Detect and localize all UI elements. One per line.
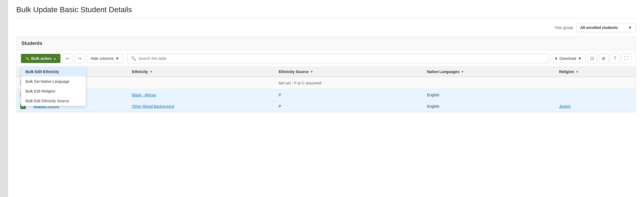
redo-button[interactable]: ↪ (75, 54, 84, 63)
row2-ethnicity-cell: Black - African (128, 89, 275, 101)
row1-ethnicity-source: Not set - P or C assumed (275, 77, 423, 89)
hide-columns-label: Hide columns (91, 56, 114, 61)
toolbar-right: ⬇ Download ▼ ☑ ⚙ ? (550, 54, 631, 63)
row3-ethnicity-source: P (275, 101, 423, 112)
col-ethnicity-source[interactable]: Ethnicity Source ▼ (275, 67, 423, 77)
year-group-row: Year group All enrolled students ▼ (16, 23, 636, 32)
col-ethnicity-label: Ethnicity (132, 70, 148, 74)
checkbox-icon: ☑ (590, 56, 594, 61)
col-religion[interactable]: Religion ▼ (555, 67, 636, 77)
chevron-up-icon: ▲ (53, 57, 56, 60)
toolbar: ✏️ Bulk action ▲ ↩ ↪ Hide columns ▼ (17, 50, 636, 67)
chevron-down-icon: ▼ (115, 56, 119, 61)
row1-ethnicity (128, 77, 275, 89)
students-panel-header: Students (17, 37, 636, 50)
fullscreen-button[interactable]: ⛶ (621, 54, 631, 63)
bulk-action-button[interactable]: ✏️ Bulk action ▲ (21, 54, 60, 63)
col-native-languages[interactable]: Native Languages ▼ (423, 67, 555, 77)
students-table: Name ▼ Ethnicity ▼ (17, 67, 636, 112)
page-title: Bulk Update Basic Student Details (16, 5, 636, 14)
table-header-row: Name ▼ Ethnicity ▼ (17, 67, 636, 77)
help-button[interactable]: ? (610, 54, 620, 63)
row1-ethnicity-source-value: Not set - P or C assumed (279, 81, 321, 85)
col-religion-label: Religion (559, 70, 574, 74)
redo-icon: ↪ (78, 56, 81, 61)
hide-columns-button[interactable]: Hide columns ▼ (87, 54, 123, 63)
undo-icon: ↩ (66, 56, 69, 61)
title-divider (16, 18, 636, 19)
search-input[interactable] (138, 56, 545, 61)
sidebar-strip (0, 0, 8, 197)
download-button[interactable]: ⬇ Download ▼ (550, 54, 586, 63)
row2-religion (555, 89, 636, 101)
row1-native-languages (423, 77, 555, 89)
row3-religion-link[interactable]: Jewish (559, 104, 571, 109)
year-group-select[interactable]: All enrolled students ▼ (576, 23, 636, 32)
col-religion-sort-icon: ▼ (576, 70, 579, 73)
bulk-action-dropdown: Bulk Edit Ethnicity Bulk Set Native Lang… (21, 67, 86, 106)
row3-ethnicity-cell: Other Mixed Background (128, 101, 275, 112)
undo-button[interactable]: ↩ (63, 54, 72, 63)
fullscreen-icon: ⛶ (624, 56, 629, 61)
year-group-value: All enrolled students (580, 25, 618, 30)
gear-icon: ⚙ (602, 56, 605, 61)
dropdown-item-bulk-set-native-language[interactable]: Bulk Set Native Language (21, 77, 86, 86)
table-row: Not set - P or C assumed (17, 77, 636, 89)
col-native-languages-sort-icon: ▼ (461, 70, 464, 73)
row2-ethnicity-link[interactable]: Black - African (132, 93, 156, 97)
row3-religion-cell: Jewish (555, 101, 636, 112)
pencil-icon: ✏️ (25, 57, 30, 61)
bulk-action-label: Bulk action (31, 56, 52, 61)
dropdown-item-bulk-edit-religion[interactable]: Bulk Edit Religion (21, 86, 86, 96)
search-icon: 🔍 (131, 56, 136, 61)
dropdown-item-bulk-edit-ethnicity[interactable]: Bulk Edit Ethnicity (21, 67, 86, 77)
col-ethnicity[interactable]: Ethnicity ▼ (128, 67, 275, 77)
help-icon: ? (614, 56, 616, 61)
download-icon: ⬇ (554, 56, 558, 61)
download-label: Download (559, 56, 576, 61)
row3-ethnicity-link[interactable]: Other Mixed Background (132, 104, 174, 109)
table-row: Adams Justine Other Mixed Background P E… (17, 101, 636, 112)
settings-button[interactable]: ⚙ (599, 54, 608, 63)
select-all-button[interactable]: ☑ (587, 54, 597, 63)
students-table-area: Name ▼ Ethnicity ▼ (17, 67, 636, 112)
download-chevron-icon: ▼ (578, 56, 582, 61)
chevron-down-icon: ▼ (628, 25, 632, 30)
row2-ethnicity-source: P (275, 89, 423, 101)
students-panel: Students ✏️ Bulk action ▲ ↩ ↪ (16, 37, 636, 112)
row2-native-languages: English (423, 89, 555, 101)
dropdown-item-bulk-edit-ethnicity-source[interactable]: Bulk Edit Ethnicity Source (21, 96, 86, 106)
table-row: Adams Dean Black - African P English (17, 89, 636, 101)
row3-native-languages: English (423, 101, 555, 112)
col-ethnicity-source-label: Ethnicity Source (279, 70, 308, 74)
search-wrapper: 🔍 (127, 54, 548, 63)
col-ethnicity-sort-icon: ▼ (150, 70, 153, 73)
col-ethnicity-source-sort-icon: ▼ (310, 70, 313, 73)
col-native-languages-label: Native Languages (427, 70, 460, 74)
year-group-label: Year group (554, 25, 573, 30)
row1-religion (555, 77, 636, 89)
